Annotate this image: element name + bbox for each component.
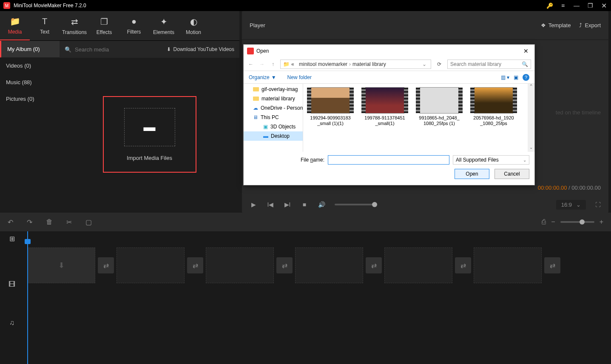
redo-button[interactable]: ↷ [27,218,32,226]
split-button[interactable]: ✂ [66,218,72,226]
sidebar-item-pictures[interactable]: Pictures (0) [0,91,60,107]
app-icon: M [3,2,10,9]
undo-button[interactable]: ↶ [8,218,13,226]
scroll-down-button[interactable]: ⌄ [528,145,534,152]
main-toolbar: 📁Media TText ⇄Transitions ❐Effects ●Filt… [0,11,239,41]
file-item[interactable]: 20576968-hd_1920_1080_25fps [472,87,515,152]
close-button[interactable]: ✕ [600,2,608,10]
desktop-icon: ▬ [258,133,268,139]
scroll-up-button[interactable]: ^ [528,84,534,91]
help-button[interactable]: ? [523,74,529,81]
dialog-search[interactable]: 🔍 [447,60,531,69]
tab-motion[interactable]: ◐Motion [179,11,208,40]
play-button[interactable]: ▶ [250,201,257,208]
next-frame-button[interactable]: ▶I [284,201,291,208]
clip-slot[interactable] [295,247,363,283]
tab-transitions[interactable]: ⇄Transitions [60,11,89,40]
preview-pane-button[interactable]: ▣ [514,74,518,80]
search-input[interactable] [75,46,163,53]
export-button[interactable]: ⤴Export [579,22,601,28]
file-item[interactable]: 9910865-hd_2048_1080_25fps (1) [418,87,460,152]
zoom-slider[interactable] [560,221,594,223]
sidebar-item-videos[interactable]: Videos (0) [0,57,60,74]
stop-button[interactable]: ■ [301,201,308,208]
tree-item[interactable]: gif-overlay-imag [244,85,303,94]
nav-forward-button[interactable]: → [258,61,266,67]
minimize-button[interactable]: — [573,2,580,9]
snap-icon[interactable]: ⎙ [542,218,546,226]
tab-filters[interactable]: ●Filters [119,11,149,40]
clip-slot[interactable]: ⬇ [27,247,95,283]
file-name: 199788-911378451_small(1) [364,115,406,126]
file-item[interactable]: 199294-909903183_small (1)(1) [309,87,352,152]
dialog-close-button[interactable]: ✕ [521,48,531,54]
file-item[interactable]: 199788-911378451_small(1) [364,87,406,152]
tree-item[interactable]: material library [244,94,303,103]
export-label: Export [585,22,601,28]
tree-item-onedrive[interactable]: ☁OneDrive - Person [244,103,303,113]
open-button[interactable]: Open [455,169,489,179]
video-thumbnail [311,87,350,114]
filetype-dropdown[interactable]: All Supported Files⌄ [453,155,529,165]
clip-slot[interactable] [384,247,452,283]
export-icon: ⤴ [579,22,582,28]
transition-slot[interactable]: ⇄ [187,257,203,273]
refresh-button[interactable]: ⟳ [435,61,444,67]
file-name: 20576968-hd_1920_1080_25fps [472,115,515,126]
new-folder-button[interactable]: New folder [287,74,312,80]
zoom-out-button[interactable]: − [551,218,555,226]
hamburger-menu[interactable]: ≡ [559,2,567,9]
transition-slot[interactable]: ⇄ [276,257,293,273]
maximize-button[interactable]: ❐ [586,2,594,9]
playhead[interactable] [27,231,28,364]
crop-button[interactable]: ▢ [85,218,92,226]
nav-back-button[interactable]: ← [247,61,255,67]
organize-menu[interactable]: Organize▼ [249,74,276,80]
address-bar[interactable]: 📁 « minitool moviemarker › material libr… [280,60,431,69]
sidebar-item-myalbum[interactable]: My Album (0) [0,41,60,57]
dialog-search-input[interactable] [450,61,522,67]
download-youtube-button[interactable]: ⬇Download YouTube Videos [167,46,234,52]
prev-frame-button[interactable]: I◀ [267,201,274,208]
nav-up-button[interactable]: ↑ [269,61,277,67]
tab-elements[interactable]: ✦Elements [149,11,179,40]
tree-item-thispc[interactable]: 🖥This PC [244,113,303,122]
clip-slot[interactable] [117,247,185,283]
key-icon[interactable]: 🔑 [546,3,553,9]
template-button[interactable]: ❖Template [541,22,571,28]
aspect-ratio-dropdown[interactable]: 16:9⌄ [556,200,586,210]
filename-input[interactable] [328,155,449,165]
filters-icon: ● [131,17,136,26]
timeline-tracks[interactable]: ⬇ ⇄ ⇄ ⇄ ⇄ ⇄ ⇄ [24,231,611,364]
transition-slot[interactable]: ⇄ [455,257,471,273]
path-segment[interactable]: minitool moviemarker [299,61,347,67]
clip-slot[interactable] [474,247,542,283]
add-track-button[interactable]: ⊞ [0,231,24,246]
video-track[interactable]: ⬇ ⇄ ⇄ ⇄ ⇄ ⇄ ⇄ [24,246,611,284]
tab-media[interactable]: 📁Media [0,11,30,40]
transition-slot[interactable]: ⇄ [98,257,114,273]
path-segment[interactable]: material library [352,61,386,67]
search-icon: 🔍 [65,46,71,53]
clip-slot[interactable] [206,247,274,283]
view-mode-button[interactable]: ▥ ▾ [501,74,509,80]
tree-item-desktop[interactable]: ▬Desktop [244,131,303,141]
tree-item-3d[interactable]: ▣3D Objects [244,122,303,131]
cancel-button[interactable]: Cancel [494,169,529,179]
volume-icon[interactable]: 🔊 [318,201,325,208]
path-prefix: « [291,61,294,67]
text-icon: T [42,17,47,26]
sidebar-item-music[interactable]: Music (88) [0,74,60,91]
transition-slot[interactable]: ⇄ [366,257,382,273]
zoom-in-button[interactable]: + [600,218,603,226]
transition-slot[interactable]: ⇄ [544,257,560,273]
tab-effects[interactable]: ❐Effects [89,11,119,40]
volume-slider[interactable] [335,204,377,205]
import-media-button[interactable]: ▬ Import Media Files [103,96,196,173]
fullscreen-button[interactable]: ⛶ [595,202,601,208]
scrollbar[interactable]: ^ ⌄ [528,84,534,152]
tab-text[interactable]: TText [30,11,60,40]
media-area: 🔍 ⬇Download YouTube Videos ▬ Import Medi… [60,41,239,213]
chevron-down-icon[interactable]: ⌄ [422,61,426,67]
delete-button[interactable]: 🗑 [46,218,53,226]
